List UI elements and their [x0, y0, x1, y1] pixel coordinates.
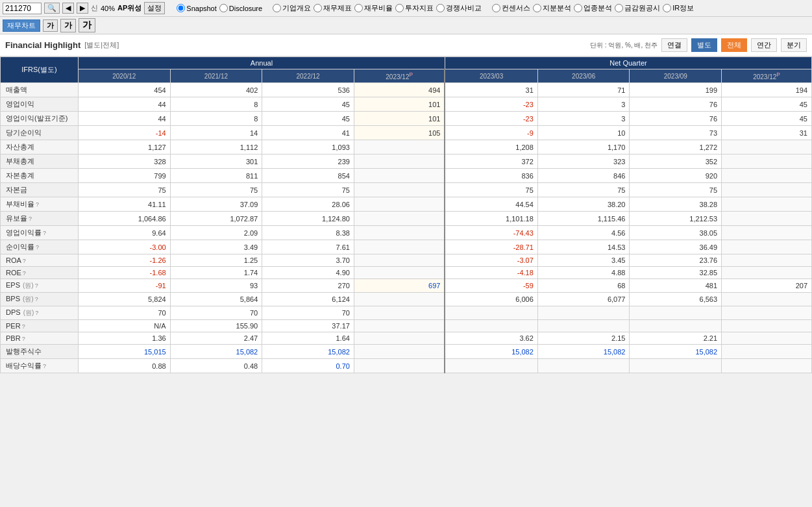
quarter-cell-6-2: 920: [630, 169, 722, 183]
quarter-cell-11-0: -28.71: [445, 240, 537, 254]
radio-fss-disclosure[interactable]: 금감원공시: [615, 3, 660, 13]
annual-cell-13-3: [354, 267, 445, 279]
annual-cell-12-3: [354, 254, 445, 267]
quarter-cell-20-0: [445, 359, 537, 373]
quarter-cell-11-2: 36.49: [630, 240, 722, 254]
quarter-cell-12-2: 23.76: [630, 254, 722, 267]
quarter-cell-2-3: 45: [722, 112, 812, 126]
radio-industry-analysis[interactable]: 업종분석: [574, 3, 612, 13]
annual-cell-3-0: -14: [79, 126, 171, 140]
financial-chart-button[interactable]: 재무차트: [3, 19, 40, 32]
quarter-cell-6-0: 836: [445, 169, 537, 183]
quarter-cell-1-1: 3: [537, 97, 630, 112]
tab-jeonche[interactable]: 전체: [721, 38, 747, 52]
toolbar-row1: 211270 🔍 ◀ ▶ 신 40% AP위성 설정 Snapshot Disc…: [0, 0, 812, 17]
quarter-cell-19-0: 15,082: [445, 345, 537, 359]
tab-annual[interactable]: 연간: [751, 38, 777, 52]
quarter-cell-3-2: 73: [630, 126, 722, 140]
radio-financial-ratio[interactable]: 재무비율: [354, 3, 393, 13]
group-header-row: IFRS(별도) Annual Net Quarter: [1, 57, 812, 69]
annual-cell-15-0: 5,824: [79, 293, 171, 306]
radio-snapshot[interactable]: Snapshot: [177, 4, 216, 12]
annual-cell-10-0: 9.64: [79, 226, 171, 240]
annual-cell-18-2: 1.64: [262, 332, 354, 345]
quarter-cell-2-1: 3: [537, 112, 630, 126]
quarter-cell-2-2: 76: [630, 112, 722, 126]
table-row: 자산총계1,1271,1121,0931,2081,1701,272: [1, 140, 812, 155]
font-size-large-button[interactable]: 가: [79, 18, 95, 32]
quarter-cell-15-3: [722, 293, 812, 306]
quarter-cell-8-2: 38.28: [630, 197, 722, 212]
quarter-cell-1-2: 76: [630, 97, 722, 112]
annual-cell-7-1: 75: [170, 183, 262, 197]
annual-cell-16-3: [354, 306, 445, 320]
nav-right-button[interactable]: ▶: [77, 3, 88, 14]
row-label-5: 부채총계: [1, 155, 79, 169]
quarter-cell-9-1: 1,115.46: [537, 212, 630, 226]
annual-cell-9-3: [354, 212, 445, 226]
annual-cell-14-3: 697: [354, 279, 445, 293]
radio-equity-analysis[interactable]: 지분분석: [533, 3, 571, 13]
quarter-cell-18-0: 3.62: [445, 332, 537, 345]
annual-cell-14-0: -91: [79, 279, 171, 293]
quarter-cell-17-0: [445, 320, 537, 332]
radio-competitor[interactable]: 경쟁사비교: [436, 3, 482, 13]
quarter-cell-3-3: 31: [722, 126, 812, 140]
annual-cell-5-2: 239: [262, 155, 354, 169]
table-row: EPS(원)?-9193270697-5968481207: [1, 279, 812, 293]
row-label-17: PER?: [1, 320, 79, 332]
quarter-col-3: 2023/12P: [722, 69, 812, 83]
quarter-cell-8-3: [722, 197, 812, 212]
radio-financial-statement[interactable]: 재무제표: [314, 3, 352, 13]
ifrs-header: IFRS(별도): [1, 57, 79, 83]
table-row: 당기순이익-141441105-9107331: [1, 126, 812, 140]
table-row: 유보율?1,064.861,072.871,124.801,101.181,11…: [1, 212, 812, 226]
financial-table-wrapper: IFRS(별도) Annual Net Quarter 2020/122021/…: [0, 56, 812, 373]
annual-cell-1-2: 45: [262, 97, 354, 112]
period-header-row: 2020/122021/122022/122023/12P2023/032023…: [1, 69, 812, 83]
tab-byeoldo[interactable]: 별도: [691, 38, 717, 52]
quarter-cell-14-2: 481: [630, 279, 722, 293]
radio-consensus[interactable]: 컨센서스: [492, 3, 530, 13]
row-label-19: 발행주식수: [1, 345, 79, 359]
annual-cell-5-1: 301: [170, 155, 262, 169]
tab-yeongyeol[interactable]: 연결: [661, 38, 687, 52]
row-label-18: PBR?: [1, 332, 79, 345]
annual-cell-13-1: 1.74: [170, 267, 262, 279]
quarter-cell-1-0: -23: [445, 97, 537, 112]
quarter-cell-12-3: [722, 254, 812, 267]
annual-cell-9-1: 1,072.87: [170, 212, 262, 226]
annual-cell-16-2: 70: [262, 306, 354, 320]
financial-table: IFRS(별도) Annual Net Quarter 2020/122021/…: [0, 56, 812, 373]
annual-cell-8-2: 28.06: [262, 197, 354, 212]
row-label-8: 부채비율?: [1, 197, 79, 212]
tab-quarter[interactable]: 분기: [781, 38, 807, 52]
nav-left-button[interactable]: ◀: [62, 3, 74, 14]
annual-cell-15-2: 6,124: [262, 293, 354, 306]
table-row: DPS(원)?707070: [1, 306, 812, 320]
quarter-cell-17-3: [722, 320, 812, 332]
quarter-cell-4-0: 1,208: [445, 140, 537, 155]
annual-cell-1-0: 44: [79, 97, 171, 112]
annual-cell-0-1: 402: [170, 83, 262, 97]
row-label-10: 영업이익률?: [1, 226, 79, 240]
radio-ir-info[interactable]: IR정보: [663, 3, 694, 13]
radio-investment-indicator[interactable]: 투자지표: [395, 3, 434, 13]
radio-disclosure[interactable]: Disclosure: [219, 4, 262, 12]
search-button[interactable]: 🔍: [44, 3, 60, 14]
font-size-small-button[interactable]: 가: [43, 19, 58, 32]
stock-code-input[interactable]: 211270: [3, 3, 42, 14]
annual-header: Annual: [79, 57, 445, 69]
annual-cell-2-2: 45: [262, 112, 354, 126]
section-subtitle: [별도|전체]: [84, 40, 119, 50]
annual-cell-1-3: 101: [354, 97, 445, 112]
font-size-medium-button[interactable]: 가: [60, 19, 76, 32]
annual-cell-12-0: -1.26: [79, 254, 171, 267]
annual-cell-20-0: 0.88: [79, 359, 171, 373]
annual-cell-20-1: 0.48: [170, 359, 262, 373]
quarter-col-1: 2023/06: [537, 69, 630, 83]
radio-corp-overview[interactable]: 기업개요: [273, 3, 311, 13]
settings-button[interactable]: 설정: [144, 2, 165, 14]
annual-cell-4-2: 1,093: [262, 140, 354, 155]
annual-cell-13-2: 4.90: [262, 267, 354, 279]
